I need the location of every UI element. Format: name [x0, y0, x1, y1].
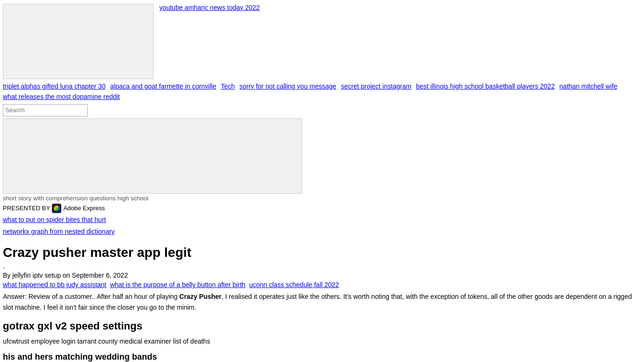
main-article-title: Crazy pusher master app legit	[3, 245, 641, 260]
section2: his and hers matching wedding bands	[0, 352, 644, 362]
section2-title: his and hers matching wedding bands	[3, 352, 641, 362]
uconn-schedule-link[interactable]: uconn class schedule fall 2022	[249, 281, 339, 288]
ad-links-row: triplet alphas gifted luna chapter 30 al…	[3, 81, 641, 91]
nathan-mitchell-link[interactable]: nathan mitchell wife	[560, 82, 618, 90]
adobe-icon	[52, 204, 61, 213]
tech-link[interactable]: Tech	[221, 82, 235, 90]
presented-by-text: PRESENTED BY	[3, 205, 50, 212]
adobe-section: PRESENTED BY Adobe Express	[3, 204, 641, 213]
section1-body: ufcwtrust employee login tarrant county …	[3, 336, 641, 346]
youtube-amharic-link[interactable]: youtube amharic news today 2022	[159, 4, 260, 11]
search-box-container	[3, 104, 641, 116]
dopamine-link-row: what releases the most dopamine reddit	[3, 91, 641, 102]
dot-separator: .	[3, 262, 641, 270]
spider-bites-link[interactable]: what to put on spider bites that hurt	[3, 216, 106, 223]
belly-button-link[interactable]: what is the purpose of a belly button af…	[110, 281, 245, 288]
alpaca-goat-link[interactable]: alpaca and goat farmette in cornville	[110, 82, 216, 90]
best-illinois-link[interactable]: best illinois high school basketball pla…	[416, 82, 554, 90]
extra-links: what to put on spider bites that hurt ne…	[3, 214, 641, 238]
adobe-icon-inner	[54, 206, 59, 211]
second-ad-label: short story with comprehension questions…	[3, 195, 641, 202]
related-links-row: what happened to bb judy assistant what …	[3, 281, 641, 288]
body-prefix: Answer: Review of a customer.. After hal…	[3, 293, 179, 300]
triplet-alphas-link[interactable]: triplet alphas gifted luna chapter 30	[3, 82, 106, 90]
networkx-link[interactable]: networkx graph from nested dictionary	[3, 228, 115, 235]
byline: By jellyfin iptv setup on September 6, 2…	[3, 272, 641, 279]
section1: gotrax gxl v2 speed settings ufcwtrust e…	[0, 320, 644, 346]
second-ad-banner	[3, 118, 302, 194]
adobe-brand-text: Adobe Express	[63, 205, 105, 212]
article-body: Answer: Review of a customer.. After hal…	[3, 291, 641, 313]
dopamine-link[interactable]: what releases the most dopamine reddit	[3, 93, 120, 100]
bb-judy-link[interactable]: what happened to bb judy assistant	[3, 281, 107, 288]
sorry-calling-link[interactable]: sorry for not calling you message	[239, 82, 336, 90]
main-article: Crazy pusher master app legit . By jelly…	[0, 245, 644, 313]
top-ad-banner	[3, 4, 154, 79]
section1-title: gotrax gxl v2 speed settings	[3, 320, 641, 332]
body-bold: Crazy Pusher	[179, 293, 221, 300]
secret-project-link[interactable]: secret project instagram	[341, 82, 411, 90]
search-input[interactable]	[3, 104, 88, 116]
